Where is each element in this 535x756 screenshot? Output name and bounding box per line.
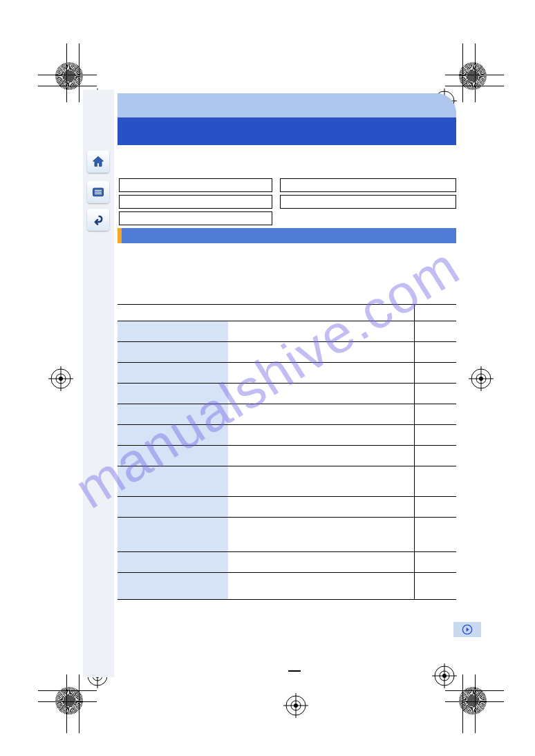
- registration-mark: [283, 693, 308, 718]
- table-row: [118, 384, 456, 404]
- svg-point-20: [51, 369, 71, 388]
- table-cell: [415, 573, 456, 599]
- table-cell: [118, 321, 228, 341]
- table-cell: [118, 466, 228, 496]
- registration-mark: [469, 366, 494, 391]
- table-cell: [118, 497, 228, 517]
- svg-point-27: [479, 377, 483, 381]
- table-cell: [228, 384, 415, 404]
- registration-starburst: [459, 687, 487, 715]
- table-cell: [228, 446, 415, 466]
- table-cell: [415, 518, 456, 551]
- table-cell: [228, 497, 415, 517]
- table-header-cell: [228, 305, 415, 321]
- table-cell: [228, 342, 415, 362]
- table-cell: [118, 552, 228, 572]
- svg-point-16: [440, 671, 449, 681]
- table-row: [118, 552, 456, 573]
- crop-mark: [38, 75, 97, 75]
- arrow-right-icon: [462, 624, 473, 635]
- table-cell: [118, 425, 228, 445]
- registration-mark: [48, 366, 73, 391]
- table-row: [118, 466, 456, 497]
- crop-mark: [445, 86, 504, 86]
- contents-icon: [91, 185, 105, 199]
- page-number-rule: [288, 670, 301, 672]
- crop-mark: [445, 690, 504, 691]
- registration-starburst: [55, 62, 83, 90]
- table-cell: [228, 518, 415, 551]
- crop-mark: [475, 44, 476, 102]
- svg-point-21: [56, 374, 66, 384]
- crop-mark: [462, 44, 463, 102]
- back-icon: [91, 213, 105, 227]
- table-cell: [415, 404, 456, 424]
- svg-point-30: [286, 696, 306, 715]
- table-cell: [228, 425, 415, 445]
- table-cell: [228, 552, 415, 572]
- table-cell: [118, 384, 228, 404]
- back-button[interactable]: [87, 209, 109, 231]
- table-row: [118, 446, 456, 466]
- table-cell: [228, 404, 415, 424]
- link-box[interactable]: [280, 178, 456, 192]
- svg-point-25: [471, 369, 491, 388]
- crop-mark: [79, 44, 79, 102]
- crop-mark: [38, 86, 97, 86]
- table-cell: [228, 466, 415, 496]
- table-header-cell: [415, 305, 456, 321]
- link-box[interactable]: [119, 178, 272, 192]
- link-box[interactable]: [280, 195, 456, 209]
- svg-point-22: [59, 377, 63, 381]
- table-cell: [118, 404, 228, 424]
- link-box[interactable]: [119, 211, 272, 225]
- table-row: [118, 573, 456, 599]
- table-row: [118, 363, 456, 384]
- table-cell: [118, 446, 228, 466]
- registration-starburst: [459, 62, 487, 90]
- table-cell: [415, 446, 456, 466]
- crop-mark: [66, 674, 67, 733]
- table-cell: [415, 342, 456, 362]
- svg-point-31: [291, 701, 301, 710]
- registration-starburst: [55, 687, 83, 715]
- table-cell: [415, 466, 456, 496]
- crop-mark: [462, 674, 463, 733]
- contents-button[interactable]: [87, 181, 109, 203]
- table-row: [118, 497, 456, 518]
- table-row: [118, 425, 456, 446]
- table-row: [118, 342, 456, 363]
- table-header-cell: [118, 305, 228, 321]
- svg-point-26: [476, 374, 486, 384]
- table-header-row: [118, 305, 456, 321]
- svg-point-15: [435, 666, 454, 686]
- table-cell: [415, 552, 456, 572]
- table-cell: [415, 384, 456, 404]
- home-button[interactable]: [87, 151, 109, 173]
- home-icon: [91, 155, 105, 169]
- table-cell: [118, 363, 228, 383]
- section-heading: [118, 228, 456, 243]
- table-cell: [118, 573, 228, 599]
- table-cell: [118, 342, 228, 362]
- table-cell: [415, 363, 456, 383]
- table-row: [118, 404, 456, 425]
- table-row: [118, 518, 456, 552]
- crop-mark: [445, 75, 504, 75]
- chapter-header-dark: [118, 117, 456, 145]
- crop-mark: [66, 44, 67, 102]
- crop-mark: [79, 674, 79, 733]
- link-box[interactable]: [119, 195, 272, 209]
- spec-table: [118, 304, 456, 600]
- chapter-header-light: [118, 93, 456, 117]
- svg-point-17: [442, 674, 447, 678]
- crop-mark: [445, 701, 504, 702]
- crop-mark: [38, 690, 97, 691]
- table-cell: [228, 573, 415, 599]
- table-cell: [228, 363, 415, 383]
- continued-badge[interactable]: [453, 622, 481, 637]
- table-cell: [415, 425, 456, 445]
- registration-mark: [432, 663, 457, 688]
- table-cell: [228, 321, 415, 341]
- sidebar: [83, 90, 114, 677]
